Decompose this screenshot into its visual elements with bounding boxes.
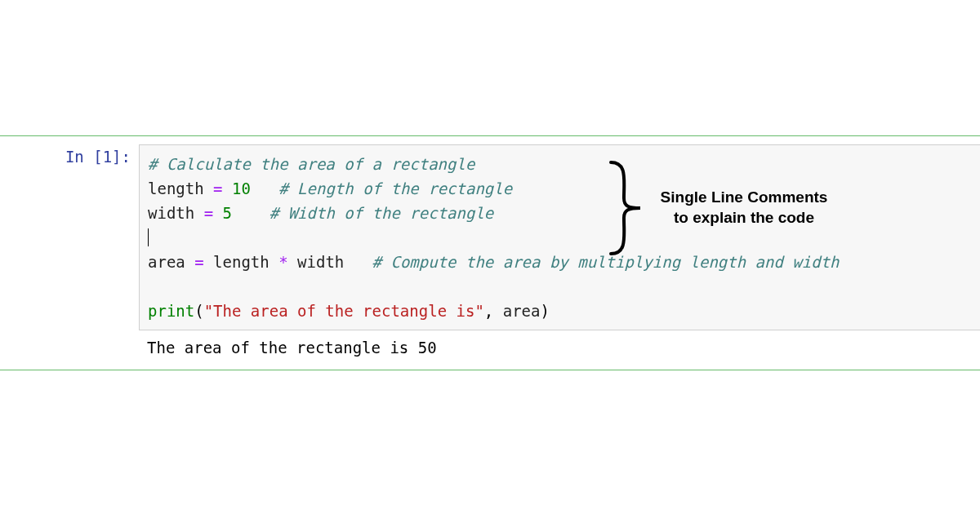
code-assign-op: = bbox=[194, 204, 222, 222]
code-func-print: print bbox=[148, 302, 194, 320]
code-var-length: length bbox=[148, 179, 204, 197]
code-var-area: area bbox=[148, 253, 185, 271]
annotation-text: Single Line Comments to explain the code bbox=[650, 188, 838, 228]
code-assign-op: = bbox=[185, 253, 213, 271]
code-num-5: 5 bbox=[223, 204, 232, 222]
code-space bbox=[344, 253, 372, 271]
code-paren-open: ( bbox=[194, 302, 203, 320]
annotation-callout: Single Line Comments to explain the code bbox=[604, 159, 838, 257]
curly-brace-icon bbox=[604, 159, 645, 257]
code-comment-2: # Length of the rectangle bbox=[278, 179, 512, 197]
prompt-label: In [1]: bbox=[65, 148, 131, 166]
code-string: "The area of the rectangle is" bbox=[204, 302, 484, 320]
output-text: The area of the rectangle is 50 bbox=[147, 339, 437, 357]
code-space bbox=[232, 204, 270, 222]
cell-output: The area of the rectangle is 50 bbox=[139, 330, 980, 361]
code-comma: , bbox=[484, 302, 503, 320]
code-space bbox=[251, 179, 278, 197]
code-arg-area: area bbox=[503, 302, 541, 320]
code-comment-3: # Width of the rectangle bbox=[270, 204, 494, 222]
code-comment-1: # Calculate the area of a rectangle bbox=[148, 155, 474, 173]
code-paren-close: ) bbox=[540, 302, 549, 320]
code-expr-length: length bbox=[213, 253, 270, 271]
annotation-line-1: Single Line Comments bbox=[650, 188, 838, 208]
annotation-line-2: to explain the code bbox=[650, 208, 838, 228]
code-var-width: width bbox=[148, 204, 194, 222]
input-prompt: In [1]: bbox=[0, 144, 139, 169]
text-cursor-icon bbox=[148, 228, 149, 246]
output-row: The area of the rectangle is 50 bbox=[0, 330, 980, 361]
code-expr-width: width bbox=[297, 253, 344, 271]
code-num-10: 10 bbox=[232, 179, 251, 197]
code-input[interactable]: # Calculate the area of a rectangle leng… bbox=[139, 144, 980, 330]
code-mul-op: * bbox=[270, 253, 297, 271]
code-assign-op: = bbox=[204, 179, 232, 197]
